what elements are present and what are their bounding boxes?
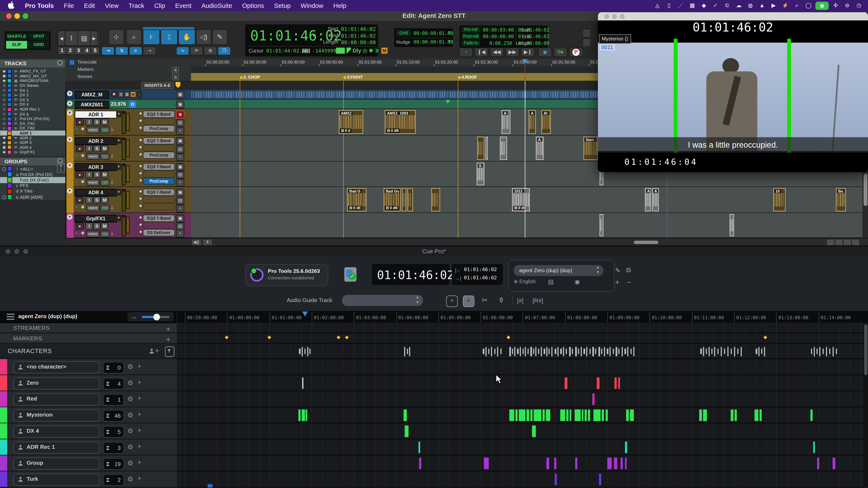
video-minimize-button[interactable] — [612, 14, 617, 19]
playlist-selector[interactable]: red — [100, 127, 110, 133]
clip-a[interactable]: A — [645, 188, 651, 212]
cuepro-titlebar[interactable]: Cue Pro* — [0, 246, 868, 256]
track-list-item-grp-fx1[interactable]: ≫Grp/FX1 — [0, 150, 65, 154]
cue-clip-mysterion[interactable] — [302, 410, 305, 421]
cue-clip-mysterion[interactable] — [585, 410, 587, 421]
grabber-tool[interactable]: ✋ — [178, 29, 195, 45]
cue-clip-mysterion[interactable] — [299, 410, 301, 421]
zoom-out-arrow-icon[interactable]: ◂ — [58, 31, 65, 46]
cuepro-vscroll-thumb[interactable] — [864, 324, 868, 375]
layered-edit-button[interactable]: ⧉ — [204, 46, 217, 55]
character-name-field[interactable] — [13, 393, 100, 405]
mode-grid-button[interactable]: GRID — [28, 40, 50, 50]
tab-to-transient-button[interactable]: ⇥ — [101, 46, 115, 55]
character-settings-icon[interactable]: ⚙ — [127, 443, 133, 451]
insert-slot-procomp[interactable]: ProComp — [143, 152, 175, 159]
track-color-swatch[interactable] — [7, 131, 11, 135]
streamers-section[interactable]: STREAMERS + — [0, 323, 177, 333]
automation-icon[interactable]: ◔ — [75, 153, 78, 158]
cue-clip-adr-rec-1[interactable] — [813, 442, 815, 453]
cue-clip-mysterion[interactable] — [626, 410, 629, 421]
cue-clip-group[interactable] — [833, 457, 835, 469]
cue-clip-mysterion[interactable] — [630, 410, 634, 421]
disclosure-icon[interactable]: ▾ — [67, 101, 72, 106]
waveform-meter-icon[interactable] — [336, 48, 345, 54]
insert-slot-empty[interactable] — [143, 170, 175, 178]
clip-audio[interactable] — [402, 188, 406, 212]
cue-clip-group[interactable] — [484, 457, 489, 469]
selector-tool[interactable]: ⌶ — [161, 29, 178, 45]
roll-start-value[interactable]: 01:01:46:02 — [518, 27, 549, 33]
insert-slot-d3-deesser[interactable]: D3 DeEsser — [143, 229, 175, 236]
character-row-group[interactable]: GroupΣ19⚙+ — [0, 455, 177, 471]
online-sync-button[interactable]: O — [129, 100, 136, 107]
track-color-swatch[interactable] — [7, 102, 11, 107]
track-i-button[interactable]: I — [85, 196, 93, 203]
menu-pro-tools[interactable]: Pro Tools — [20, 0, 59, 11]
mode-slip-button[interactable]: SLIP — [5, 40, 28, 50]
waveform-zoom-icon[interactable]: ⌇ — [65, 31, 78, 46]
track-name-grp-fx1[interactable]: Grp/FX1 — [75, 215, 117, 223]
track-list-item-adr-1[interactable]: ≫ADR 1 — [0, 131, 65, 135]
target-icon[interactable]: ◎ — [363, 48, 368, 54]
duplicate-icon[interactable]: ⧉ — [626, 266, 631, 274]
track-list-name[interactable]: Prd DX (Prd DX) — [20, 116, 50, 121]
character-settings-icon[interactable]: ⚙ — [127, 427, 133, 435]
clip-audio[interactable] — [500, 137, 507, 160]
grid-value[interactable]: 00:00:00:01.00 — [413, 31, 453, 36]
track-s-button[interactable]: S — [93, 145, 101, 152]
track-list-name[interactable]: DX_Fill1 — [20, 121, 35, 126]
clip-amxz-1003[interactable]: AMXZ_1003⊟ 0 dB — [385, 110, 416, 134]
playlist-selector[interactable]: red — [100, 205, 110, 212]
cue-clip-mysterion[interactable] — [735, 410, 737, 421]
insert-slot-eq3-7-band[interactable]: EQ3 7-Band — [143, 137, 175, 144]
menu-audiosuite[interactable]: AudioSuite — [196, 0, 237, 11]
track-name-adr-4[interactable]: ADR 4 — [75, 189, 117, 197]
cue-clip-dx-4[interactable] — [405, 425, 409, 437]
tracks-menu-icon[interactable]: ▾ — [57, 60, 63, 66]
insert-slot-procomp[interactable]: ProComp — [143, 125, 175, 132]
clip-a[interactable]: A — [502, 110, 510, 134]
character-settings-icon[interactable]: ⚙ — [127, 379, 133, 387]
character-name-field[interactable] — [13, 474, 100, 486]
warp-icon[interactable]: ◬ — [652, 0, 663, 11]
fast-forward-button[interactable]: ▶▶ — [505, 48, 519, 57]
video-cue-number[interactable]: 0011 — [599, 44, 615, 51]
cue-clip-turk[interactable] — [555, 474, 557, 485]
ruler-row-markers[interactable]: Markers ⊞ — [65, 66, 191, 73]
playlist-selector[interactable]: red — [100, 153, 110, 160]
zoom-preset-4[interactable]: 4 — [83, 46, 91, 55]
cue-clip-mysterion[interactable] — [731, 410, 734, 421]
track-color-swatch[interactable] — [7, 117, 11, 121]
grid-caret-icon[interactable]: ▼ — [448, 31, 451, 34]
cue-clip-mysterion[interactable] — [593, 410, 600, 421]
inserts-header[interactable]: INSERTS A-E — [141, 82, 174, 89]
group-name[interactable]: PFX — [20, 183, 29, 188]
character-name[interactable]: Mysterion — [27, 410, 53, 420]
cue-clip-group[interactable] — [575, 457, 577, 469]
insert-slot-procomp[interactable]: ProComp — [143, 178, 175, 185]
cue-clip-group[interactable] — [419, 457, 421, 469]
streamers-add-icon[interactable]: + — [166, 324, 170, 334]
track-list-item-dx-4[interactable]: ≫DX 4 — [0, 102, 65, 107]
group-color-swatch[interactable] — [7, 172, 12, 177]
cue-clip-zero[interactable] — [618, 378, 620, 389]
eject-icon[interactable]: ▲ — [756, 0, 768, 11]
cue-clip-adr-rec-1[interactable] — [418, 442, 420, 453]
add-insert-icon[interactable]: + — [176, 179, 184, 187]
track-color-swatch[interactable] — [7, 135, 11, 140]
track-list-name[interactable]: DX 1 — [20, 88, 29, 93]
track-list-item-ov-stereo[interactable]: ≫OV Stereo — [0, 83, 65, 88]
remove-session-button[interactable]: − — [627, 278, 631, 287]
language-row[interactable]: ⊕ English — [514, 279, 535, 285]
record-enable-button[interactable]: ● — [76, 171, 84, 178]
cue-clip-mysterion[interactable] — [582, 410, 583, 421]
cue-clip-group[interactable] — [546, 457, 549, 469]
character-row-adr-rec-1[interactable]: ADR Rec 1Σ3⚙+ — [0, 439, 177, 455]
cue-clip-mysterion[interactable] — [306, 410, 307, 421]
track-s-button[interactable]: S — [93, 196, 101, 203]
comments-icon[interactable]: ▤ — [176, 222, 184, 230]
cue-clip-red[interactable] — [592, 393, 594, 405]
roll-end-value[interactable]: 01:01:46:02 — [518, 34, 549, 39]
cue-clip-mysterion[interactable] — [509, 410, 514, 421]
